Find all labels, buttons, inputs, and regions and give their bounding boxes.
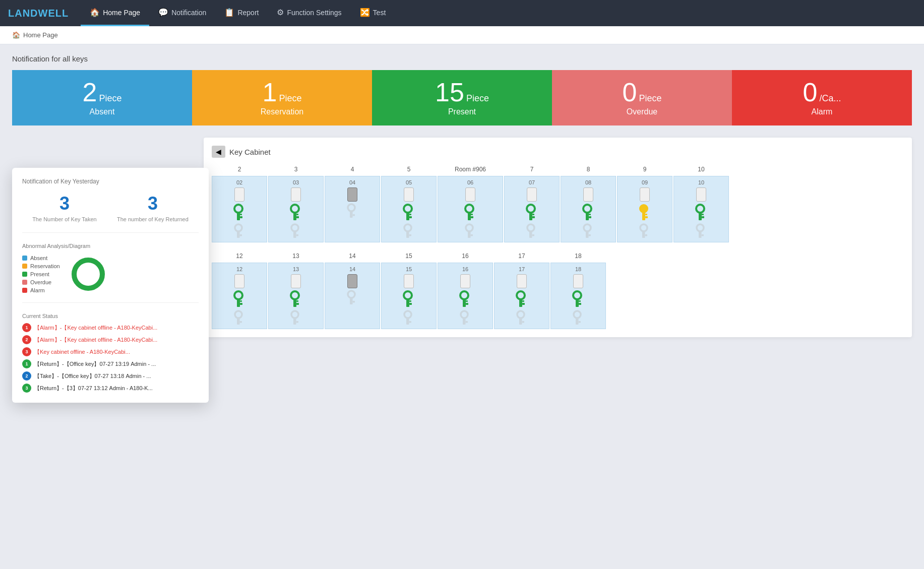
- key-copy-10: [694, 223, 708, 238]
- cell-num-12: 12: [236, 266, 242, 272]
- brand-logo[interactable]: LANDWELL: [8, 8, 69, 19]
- cell-08[interactable]: 08: [561, 176, 616, 242]
- svg-rect-22: [409, 214, 411, 215]
- settings-icon: ⚙: [277, 8, 284, 17]
- cell-12[interactable]: 12: [212, 263, 267, 329]
- cell-num-02: 02: [236, 179, 242, 185]
- svg-point-99: [573, 291, 581, 299]
- stat-cards: 2Piece Absent 1Piece Reservation 15Piece…: [12, 70, 912, 125]
- cell-05[interactable]: 05: [381, 176, 437, 242]
- svg-rect-29: [471, 214, 473, 215]
- key-copy-17: [515, 309, 529, 325]
- svg-rect-102: [579, 300, 581, 302]
- svg-rect-11: [296, 216, 299, 218]
- svg-rect-71: [296, 300, 298, 302]
- key-tag-03: [291, 187, 301, 202]
- status-text-1: 【Alarm】-【Key cabinet offline - A180-KeyC…: [34, 324, 157, 332]
- key-copy-06: [463, 223, 477, 238]
- key-icon-12: [231, 289, 248, 309]
- cell-02[interactable]: 02: [212, 176, 267, 242]
- key-icon-10: [693, 203, 709, 223]
- nav-label-home: Home Page: [103, 9, 140, 17]
- nav-item-home[interactable]: 🏠 Home Page: [81, 0, 149, 26]
- legend-list: Absent Reservation Present Overdue: [22, 255, 60, 293]
- key-visual-16: [457, 274, 473, 309]
- key-copy-14: [345, 289, 359, 304]
- notification-icon: 💬: [158, 8, 168, 17]
- key-copy-08: [581, 223, 595, 238]
- cell-09[interactable]: 09: [617, 176, 672, 242]
- stat-card-absent[interactable]: 2Piece Absent: [12, 70, 192, 125]
- svg-point-58: [697, 224, 704, 231]
- key-icon-08: [580, 203, 596, 223]
- legend-label-reservation: Reservation: [30, 263, 60, 269]
- cell-17[interactable]: 17: [494, 263, 549, 329]
- cell-num-06: 06: [467, 179, 473, 185]
- key-tag-07: [527, 187, 537, 202]
- svg-rect-45: [586, 231, 589, 238]
- stat-card-present[interactable]: 15Piece Present: [372, 70, 552, 125]
- cell-10[interactable]: 10: [673, 176, 729, 242]
- key-copy-12: [232, 309, 247, 325]
- nav-item-test[interactable]: 🔀 Test: [351, 0, 395, 26]
- nav-item-notification[interactable]: 💬 Notification: [149, 0, 215, 26]
- svg-rect-105: [579, 321, 581, 323]
- stat-card-reservation[interactable]: 1Piece Reservation: [192, 70, 372, 125]
- key-icon-17: [514, 289, 530, 309]
- nav-item-function-settings[interactable]: ⚙ Function Settings: [268, 0, 350, 26]
- key-visual-04: [347, 187, 357, 203]
- stat-card-alarm[interactable]: 0/Ca... Alarm: [732, 70, 912, 125]
- cell-04[interactable]: 04: [325, 176, 380, 242]
- col-header-15: 15: [381, 250, 437, 262]
- key-copy-18: [571, 309, 585, 325]
- cell-18[interactable]: 18: [550, 263, 606, 329]
- stat-card-overdue[interactable]: 0Piece Overdue: [552, 70, 732, 125]
- returned-number: 3: [117, 193, 189, 214]
- svg-rect-66: [237, 318, 240, 325]
- svg-point-78: [404, 291, 412, 299]
- col-header-12: 12: [212, 250, 267, 262]
- legend-label-alarm: Alarm: [30, 287, 45, 293]
- status-badge-4: 1: [22, 359, 31, 368]
- chart-area: Absent Reservation Present Overdue: [22, 254, 199, 294]
- svg-rect-50: [645, 214, 647, 215]
- cell-num-04: 04: [349, 179, 355, 185]
- navbar: LANDWELL 🏠 Home Page 💬 Notification 📋 Re…: [0, 0, 924, 26]
- svg-rect-83: [406, 318, 409, 325]
- col-header-18: 18: [550, 250, 606, 262]
- cell-15[interactable]: 15: [381, 263, 437, 329]
- status-text-2: 【Alarm】-【Key cabinet offline - A180-KeyC…: [34, 336, 157, 344]
- key-icon-03: [288, 203, 304, 223]
- svg-rect-12: [296, 214, 298, 215]
- svg-rect-32: [471, 234, 473, 236]
- svg-rect-49: [645, 216, 648, 218]
- status-badge-5: 2: [22, 371, 31, 381]
- key-icon-18: [570, 289, 586, 309]
- nav-item-report[interactable]: 📋 Report: [215, 0, 268, 26]
- svg-rect-21: [409, 216, 412, 218]
- svg-rect-97: [519, 318, 522, 325]
- cell-03[interactable]: 03: [268, 176, 324, 242]
- cell-13[interactable]: 13: [268, 263, 324, 329]
- cell-06[interactable]: 06: [438, 176, 503, 242]
- cell-07[interactable]: 07: [504, 176, 560, 242]
- cabinet-arrow-btn[interactable]: ◀: [212, 146, 225, 158]
- col-header-906: Room #906: [438, 164, 503, 175]
- cell-num-09: 09: [642, 179, 648, 185]
- floating-panel: Notification of Key Yesterday 3 The Numb…: [12, 168, 209, 403]
- col-header-2: 2: [212, 164, 267, 175]
- cell-num-08: 08: [585, 179, 591, 185]
- cell-num-17: 17: [519, 266, 525, 272]
- cell-16[interactable]: 16: [438, 263, 493, 329]
- status-text-6: 【Return】-【3】07-27 13:12 Admin - A180-K..…: [34, 385, 153, 392]
- col-header-7: 7: [504, 164, 560, 175]
- svg-rect-101: [579, 303, 581, 305]
- svg-point-1: [81, 267, 95, 281]
- svg-point-16: [348, 204, 355, 211]
- cell-num-05: 05: [406, 179, 412, 185]
- svg-rect-31: [468, 231, 471, 238]
- svg-rect-94: [522, 303, 525, 305]
- cell-14[interactable]: 14: [325, 263, 380, 329]
- alarm-number: 0/Ca...: [803, 79, 841, 105]
- key-visual-03: [288, 187, 304, 223]
